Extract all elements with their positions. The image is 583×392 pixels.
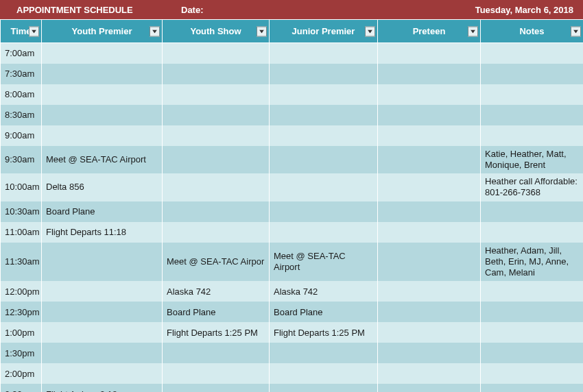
cell-time[interactable]: 8:00am [1,84,42,105]
cell-youth-premier[interactable] [42,105,163,125]
cell-youth-premier[interactable] [42,43,163,64]
cell-preteen[interactable] [378,302,481,322]
cell-junior-premier[interactable] [270,125,378,146]
cell-youth-premier[interactable]: Flight Arrives 2:18 [42,384,163,392]
cell-junior-premier[interactable] [270,43,378,64]
cell-time[interactable]: 12:30pm [1,302,42,322]
cell-notes[interactable] [481,384,584,392]
col-header-notes[interactable]: Notes [481,20,584,43]
cell-youth-premier[interactable] [42,322,163,343]
cell-preteen[interactable] [378,173,481,201]
cell-time[interactable]: 12:00pm [1,281,42,302]
cell-preteen[interactable] [378,222,481,243]
cell-notes[interactable] [481,363,584,384]
cell-time[interactable]: 8:30am [1,105,42,125]
cell-junior-premier[interactable] [270,146,378,174]
cell-time[interactable]: 11:30am [1,243,42,282]
cell-youth-premier[interactable] [42,281,163,302]
cell-junior-premier[interactable]: Alaska 742 [270,281,378,302]
filter-dropdown-icon[interactable] [468,26,478,36]
cell-notes[interactable] [481,322,584,343]
cell-youth-premier[interactable] [42,343,163,363]
cell-junior-premier[interactable] [270,105,378,125]
cell-youth-show[interactable]: Flight Departs 1:25 PM [163,322,270,343]
cell-youth-show[interactable]: Meet @ SEA-TAC Airpor [163,243,270,282]
cell-time[interactable]: 11:00am [1,222,42,243]
cell-youth-show[interactable]: Alaska 742 [163,281,270,302]
cell-youth-show[interactable] [163,384,270,392]
cell-junior-premier[interactable] [270,64,378,84]
cell-preteen[interactable] [378,84,481,105]
cell-notes[interactable] [481,125,584,146]
cell-junior-premier[interactable]: Board Plane [270,302,378,322]
cell-time[interactable]: 1:30pm [1,343,42,363]
cell-preteen[interactable] [378,201,481,222]
cell-junior-premier[interactable] [270,343,378,363]
cell-notes[interactable]: Heather call Affordable: 801-266-7368 [481,173,584,201]
cell-youth-premier[interactable] [42,243,163,282]
cell-time[interactable]: 1:00pm [1,322,42,343]
cell-youth-premier[interactable] [42,302,163,322]
cell-youth-show[interactable] [163,84,270,105]
cell-youth-premier[interactable] [42,363,163,384]
filter-dropdown-icon[interactable] [571,26,581,36]
filter-dropdown-icon[interactable] [257,26,267,36]
cell-preteen[interactable] [378,322,481,343]
cell-notes[interactable] [481,201,584,222]
cell-preteen[interactable] [378,64,481,84]
cell-junior-premier[interactable] [270,384,378,392]
cell-preteen[interactable] [378,125,481,146]
cell-time[interactable]: 7:00am [1,43,42,64]
cell-youth-show[interactable] [163,363,270,384]
cell-time[interactable]: 10:00am [1,173,42,201]
filter-dropdown-icon[interactable] [29,26,39,36]
cell-junior-premier[interactable]: Meet @ SEA-TAC Airport [270,243,378,282]
cell-junior-premier[interactable] [270,173,378,201]
cell-preteen[interactable] [378,343,481,363]
cell-junior-premier[interactable] [270,222,378,243]
cell-junior-premier[interactable]: Flight Departs 1:25 PM [270,322,378,343]
cell-preteen[interactable] [378,384,481,392]
cell-youth-show[interactable] [163,105,270,125]
cell-junior-premier[interactable] [270,363,378,384]
cell-preteen[interactable] [378,146,481,174]
col-header-youth-premier[interactable]: Youth Premier [42,20,163,43]
cell-youth-show[interactable] [163,201,270,222]
cell-youth-premier[interactable] [42,84,163,105]
cell-youth-show[interactable] [163,173,270,201]
cell-notes[interactable]: Katie, Heather, Matt, Monique, Brent [481,146,584,174]
col-header-preteen[interactable]: Preteen [378,20,481,43]
cell-youth-show[interactable]: Board Plane [163,302,270,322]
cell-notes[interactable] [481,84,584,105]
cell-notes[interactable] [481,222,584,243]
cell-youth-premier[interactable] [42,125,163,146]
cell-youth-premier[interactable]: Board Plane [42,201,163,222]
cell-youth-premier[interactable] [42,64,163,84]
cell-preteen[interactable] [378,43,481,64]
cell-youth-show[interactable] [163,146,270,174]
cell-preteen[interactable] [378,281,481,302]
cell-preteen[interactable] [378,363,481,384]
cell-youth-show[interactable] [163,222,270,243]
cell-notes[interactable]: Heather, Adam, Jill, Beth, Erin, MJ, Ann… [481,243,584,282]
cell-youth-show[interactable] [163,343,270,363]
cell-time[interactable]: 9:00am [1,125,42,146]
cell-notes[interactable] [481,105,584,125]
cell-time[interactable]: 7:30am [1,64,42,84]
col-header-time[interactable]: Time [1,20,42,43]
cell-preteen[interactable] [378,243,481,282]
cell-notes[interactable] [481,281,584,302]
cell-time[interactable]: 2:00pm [1,363,42,384]
cell-youth-premier[interactable]: Meet @ SEA-TAC Airport [42,146,163,174]
col-header-junior-premier[interactable]: Junior Premier [270,20,378,43]
cell-time[interactable]: 2:30pm [1,384,42,392]
cell-youth-show[interactable] [163,64,270,84]
cell-notes[interactable] [481,343,584,363]
cell-youth-premier[interactable]: Flight Departs 11:18 [42,222,163,243]
cell-time[interactable]: 10:30am [1,201,42,222]
col-header-youth-show[interactable]: Youth Show [163,20,270,43]
cell-youth-show[interactable] [163,125,270,146]
cell-youth-show[interactable] [163,43,270,64]
filter-dropdown-icon[interactable] [150,26,160,36]
cell-youth-premier[interactable]: Delta 856 [42,173,163,201]
